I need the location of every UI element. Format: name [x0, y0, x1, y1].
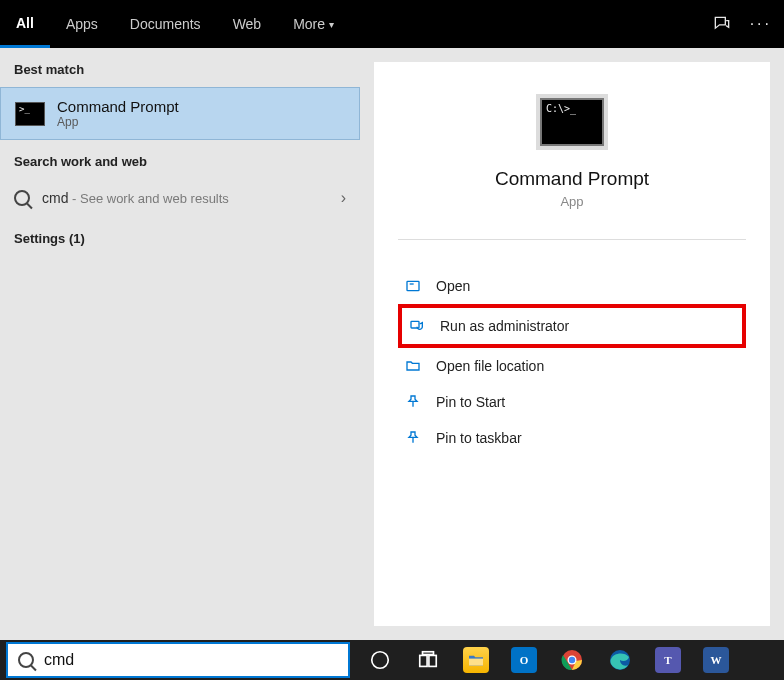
- cortana-icon: [367, 647, 393, 673]
- word-icon: W: [703, 647, 729, 673]
- svg-rect-4: [429, 655, 436, 666]
- action-open[interactable]: Open: [398, 268, 746, 304]
- file-explorer-button[interactable]: [454, 640, 498, 680]
- chrome-icon: [559, 647, 585, 673]
- edge-icon: [607, 647, 633, 673]
- action-label: Pin to Start: [436, 394, 505, 410]
- command-prompt-icon: [540, 98, 604, 146]
- tab-apps[interactable]: Apps: [50, 0, 114, 48]
- svg-rect-1: [411, 321, 419, 328]
- best-match-result[interactable]: Command Prompt App: [0, 87, 360, 140]
- tab-all[interactable]: All: [0, 0, 50, 48]
- web-hint-text: - See work and web results: [68, 191, 228, 206]
- command-prompt-icon: [15, 102, 45, 126]
- action-label: Run as administrator: [440, 318, 569, 334]
- action-label: Open file location: [436, 358, 544, 374]
- svg-rect-5: [423, 652, 434, 655]
- word-button[interactable]: W: [694, 640, 738, 680]
- settings-heading[interactable]: Settings (1): [0, 217, 360, 256]
- taskbar: O T W: [0, 640, 784, 680]
- task-view-icon: [415, 647, 441, 673]
- file-explorer-icon: [463, 647, 489, 673]
- shield-admin-icon: [408, 317, 426, 335]
- task-view-button[interactable]: [406, 640, 450, 680]
- search-tabs: All Apps Documents Web More ···: [0, 0, 784, 48]
- result-title: Command Prompt: [57, 98, 179, 115]
- tab-web[interactable]: Web: [217, 0, 278, 48]
- detail-pane: Command Prompt App Open Run as administr…: [374, 62, 770, 626]
- action-pin-to-start[interactable]: Pin to Start: [398, 384, 746, 420]
- search-work-web-heading: Search work and web: [0, 140, 360, 179]
- search-icon: [14, 190, 30, 206]
- best-match-heading: Best match: [0, 48, 360, 87]
- edge-button[interactable]: [598, 640, 642, 680]
- pin-icon: [404, 429, 422, 447]
- tab-more[interactable]: More: [277, 0, 350, 48]
- svg-point-2: [372, 652, 389, 669]
- result-subtitle: App: [57, 115, 179, 129]
- tab-documents[interactable]: Documents: [114, 0, 217, 48]
- cortana-button[interactable]: [358, 640, 402, 680]
- svg-rect-3: [420, 655, 427, 666]
- action-run-as-administrator[interactable]: Run as administrator: [398, 304, 746, 348]
- folder-icon: [404, 357, 422, 375]
- open-icon: [404, 277, 422, 295]
- web-query-text: cmd: [42, 190, 68, 206]
- outlook-button[interactable]: O: [502, 640, 546, 680]
- teams-icon: T: [655, 647, 681, 673]
- outlook-icon: O: [511, 647, 537, 673]
- pin-icon: [404, 393, 422, 411]
- chevron-right-icon: ›: [341, 189, 346, 207]
- search-results-pane: Best match Command Prompt App Search wor…: [0, 48, 360, 640]
- more-options-icon[interactable]: ···: [750, 15, 772, 33]
- action-label: Open: [436, 278, 470, 294]
- detail-subtitle: App: [560, 194, 583, 209]
- detail-title: Command Prompt: [495, 168, 649, 190]
- teams-button[interactable]: T: [646, 640, 690, 680]
- feedback-icon[interactable]: [712, 14, 732, 34]
- action-label: Pin to taskbar: [436, 430, 522, 446]
- taskbar-search[interactable]: [6, 642, 350, 678]
- svg-rect-0: [407, 281, 419, 290]
- search-input[interactable]: [44, 651, 338, 669]
- svg-point-8: [569, 657, 575, 663]
- action-pin-to-taskbar[interactable]: Pin to taskbar: [398, 420, 746, 456]
- chrome-button[interactable]: [550, 640, 594, 680]
- search-icon: [18, 652, 34, 668]
- action-open-file-location[interactable]: Open file location: [398, 348, 746, 384]
- search-web-result[interactable]: cmd - See work and web results ›: [0, 179, 360, 217]
